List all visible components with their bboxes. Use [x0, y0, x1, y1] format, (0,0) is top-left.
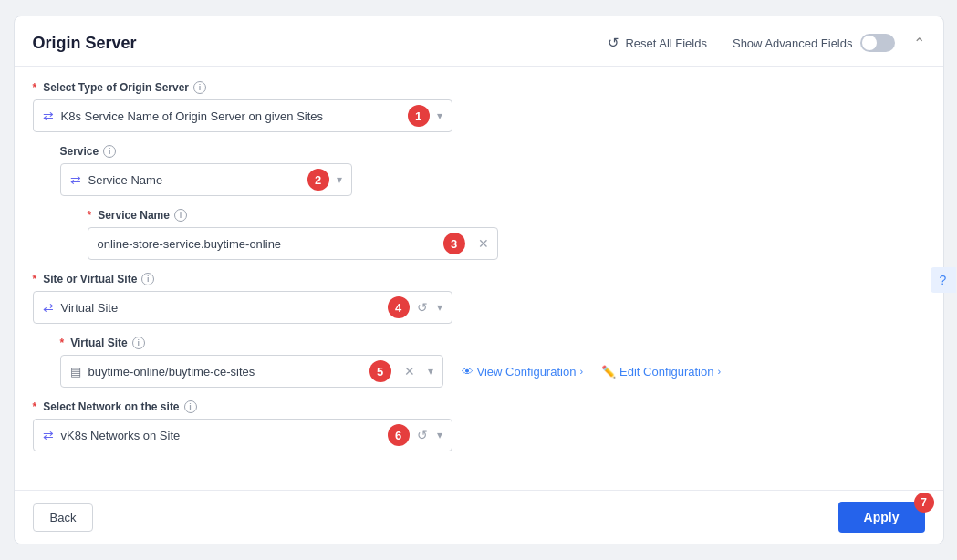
network-value: vK8s Networks on Site — [61, 429, 375, 442]
card-header: Origin Server ↺ Reset All Fields Show Ad… — [15, 16, 943, 67]
virtual-site-select[interactable]: ▤ buytime-online/buytime-ce-sites 5 ✕ ▾ — [60, 355, 443, 388]
service-name-nested: * Service Name i 3 ✕ — [88, 209, 925, 260]
reset-all-button[interactable]: ↺ Reset All Fields — [600, 31, 714, 55]
view-config-chevron-icon: › — [579, 366, 583, 377]
card-footer: Back Apply 7 — [15, 490, 943, 544]
badge-1: 1 — [408, 105, 430, 127]
service-label: Service i — [60, 145, 925, 158]
back-button[interactable]: Back — [33, 503, 94, 532]
service-name-group: * Service Name i 3 ✕ — [88, 209, 925, 260]
view-config-icon: 👁 — [462, 365, 473, 379]
badge-2: 2 — [307, 169, 329, 191]
virtual-site-group: * Virtual Site i ▤ buytime-online/buytim… — [60, 337, 925, 388]
badge-4: 4 — [388, 296, 410, 318]
virtual-site-label: * Virtual Site i — [60, 337, 925, 349]
network-group: * Select Network on the site i ⇄ vK8s Ne… — [33, 400, 925, 451]
edit-config-label: Edit Configuration — [619, 365, 713, 379]
origin-type-value: K8s Service Name of Origin Server on giv… — [61, 109, 395, 123]
service-name-label: * Service Name i — [88, 209, 925, 222]
header-right: ↺ Reset All Fields Show Advanced Fields … — [600, 31, 924, 55]
virtual-site-nested: * Virtual Site i ▤ buytime-online/buytim… — [60, 337, 925, 388]
service-name-info-icon[interactable]: i — [174, 209, 187, 222]
service-info-icon[interactable]: i — [103, 145, 116, 158]
apply-button[interactable]: Apply — [838, 502, 925, 533]
virtual-site-row: ▤ buytime-online/buytime-ce-sites 5 ✕ ▾ … — [60, 355, 925, 388]
network-chevron-icon: ▾ — [437, 429, 442, 441]
main-card: Origin Server ↺ Reset All Fields Show Ad… — [14, 16, 944, 544]
origin-type-label: * Select Type of Origin Server i — [33, 81, 925, 94]
service-name-input[interactable] — [88, 227, 498, 260]
service-dropdown-chevron-icon: ▾ — [337, 173, 342, 186]
site-refresh-icon[interactable]: ↺ — [417, 300, 428, 315]
advanced-fields-toggle[interactable] — [860, 34, 895, 52]
service-name-dropdown[interactable]: ⇄ Service Name 2 ▾ — [60, 163, 352, 196]
service-name-clear-icon[interactable]: ✕ — [478, 236, 489, 251]
reset-icon: ↺ — [608, 35, 619, 51]
network-select[interactable]: ⇄ vK8s Networks on Site 6 ↺ ▾ — [33, 419, 452, 451]
reset-label: Reset All Fields — [625, 36, 707, 50]
view-config-link[interactable]: 👁 View Configuration › — [462, 365, 584, 379]
view-config-label: View Configuration — [477, 365, 577, 379]
network-refresh-icon[interactable]: ↺ — [417, 428, 428, 442]
site-chevron-icon: ▾ — [437, 301, 442, 314]
help-button[interactable]: ? — [931, 267, 956, 293]
virtual-site-value: buytime-online/buytime-ce-sites — [88, 365, 357, 379]
network-info-icon[interactable]: i — [184, 400, 197, 413]
virtual-site-field-icon: ▤ — [70, 365, 81, 379]
edit-config-link[interactable]: ✏️ Edit Configuration › — [601, 365, 721, 379]
edit-config-icon: ✏️ — [601, 365, 616, 379]
badge-3: 3 — [443, 233, 465, 254]
service-nested-group: Service i ⇄ Service Name 2 ▾ * Service N… — [60, 145, 925, 260]
origin-type-field-icon: ⇄ — [43, 109, 54, 123]
site-field-icon: ⇄ — [43, 300, 54, 315]
site-group: * Site or Virtual Site i ⇄ Virtual Site … — [33, 273, 925, 324]
virtual-site-info-icon[interactable]: i — [132, 337, 145, 349]
apply-wrapper: Apply 7 — [838, 502, 925, 533]
network-field-icon: ⇄ — [43, 428, 54, 442]
site-info-icon[interactable]: i — [141, 273, 154, 285]
card-body: * Select Type of Origin Server i ⇄ K8s S… — [15, 67, 943, 490]
network-label: * Select Network on the site i — [33, 400, 925, 413]
origin-type-select[interactable]: ⇄ K8s Service Name of Origin Server on g… — [33, 99, 452, 132]
service-field-icon: ⇄ — [70, 172, 81, 187]
toggle-knob — [862, 36, 877, 50]
site-value: Virtual Site — [61, 301, 375, 315]
show-advanced-group: Show Advanced Fields — [733, 34, 895, 52]
origin-type-chevron-icon: ▾ — [437, 109, 442, 122]
service-name-input-wrap: 3 ✕ — [88, 227, 498, 260]
edit-config-chevron-icon: › — [717, 366, 721, 377]
page-title: Origin Server — [33, 34, 137, 53]
collapse-icon[interactable]: ⌃ — [913, 35, 925, 52]
site-label: * Site or Virtual Site i — [33, 273, 925, 285]
origin-type-group: * Select Type of Origin Server i ⇄ K8s S… — [33, 81, 925, 132]
virtual-site-clear-icon[interactable]: ✕ — [404, 364, 415, 379]
origin-type-info-icon[interactable]: i — [193, 81, 206, 94]
badge-5: 5 — [369, 360, 391, 382]
virtual-site-chevron-icon: ▾ — [428, 365, 433, 378]
show-advanced-label: Show Advanced Fields — [733, 36, 853, 50]
service-name-dropdown-value: Service Name — [88, 173, 295, 187]
badge-7: 7 — [914, 493, 934, 513]
site-select[interactable]: ⇄ Virtual Site 4 ↺ ▾ — [33, 291, 452, 324]
badge-6: 6 — [388, 424, 410, 446]
service-group: Service i ⇄ Service Name 2 ▾ — [60, 145, 925, 196]
